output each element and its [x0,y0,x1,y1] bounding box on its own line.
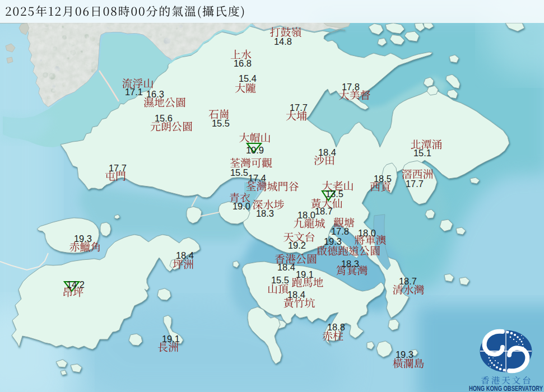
svg-text:15.6: 15.6 [155,113,173,123]
svg-text:15.5: 15.5 [212,118,230,128]
svg-text:19.3: 19.3 [396,349,413,360]
svg-text:15.1: 15.1 [413,148,431,158]
svg-text:19.2: 19.2 [288,240,306,250]
svg-text:17.4: 17.4 [248,173,266,183]
svg-text:19.1: 19.1 [296,269,314,279]
svg-text:19.3: 19.3 [324,236,342,246]
svg-text:17.7: 17.7 [290,102,308,113]
svg-text:17.8: 17.8 [342,82,360,92]
svg-text:18.0: 18.0 [358,228,376,238]
svg-text:14.2: 14.2 [67,279,85,290]
svg-text:17.7: 17.7 [109,163,127,173]
svg-text:18.3: 18.3 [341,259,359,269]
svg-text:17.1: 17.1 [125,87,143,97]
svg-text:14.8: 14.8 [274,36,292,46]
svg-text:10.9: 10.9 [246,145,264,155]
svg-text:18.3: 18.3 [256,208,274,218]
svg-text:16.8: 16.8 [234,58,252,68]
svg-text:19.1: 19.1 [162,334,180,344]
svg-text:18.0: 18.0 [297,210,315,220]
svg-text:18.7: 18.7 [315,206,333,216]
svg-text:18.4: 18.4 [287,290,305,300]
svg-text:17.8: 17.8 [331,226,349,236]
svg-text:15.5: 15.5 [271,275,289,285]
svg-text:HONG KONG OBSERVATORY: HONG KONG OBSERVATORY [469,384,543,392]
svg-text:19.3: 19.3 [74,234,92,244]
svg-text:18.4: 18.4 [277,262,295,272]
svg-text:19.0: 19.0 [233,201,250,211]
svg-text:18.4: 18.4 [176,250,194,260]
svg-text:17.7: 17.7 [406,179,424,189]
svg-text:13.5: 13.5 [326,189,343,199]
svg-text:18.8: 18.8 [327,322,345,332]
svg-text:18.7: 18.7 [399,276,417,286]
svg-text:18.5: 18.5 [374,174,392,184]
svg-text:15.4: 15.4 [239,73,257,83]
svg-text:18.4: 18.4 [318,147,336,157]
svg-text:15.5: 15.5 [230,167,248,178]
svg-text:16.3: 16.3 [146,89,164,99]
